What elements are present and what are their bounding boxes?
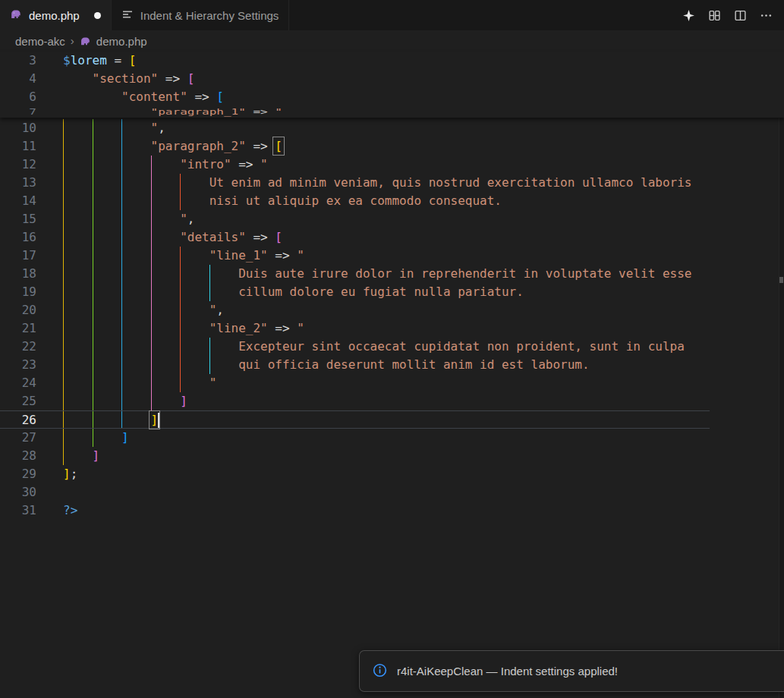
line-number: 15 [0,210,36,228]
code-text: ]; [63,465,77,483]
vscode-window: demo.php Indent & Hierarchy Settings [0,0,784,698]
line-number: 27 [0,429,36,447]
code-line-31[interactable]: 31?> [0,501,710,520]
code-text: ] [63,429,129,447]
tab-demo-php[interactable]: demo.php [0,0,112,30]
code-text: "section" => [ [63,70,194,88]
code-line-20[interactable]: 20 ", [0,301,710,319]
code-line-7[interactable]: 7 "paragraph_1" => " [0,106,784,118]
line-number: 12 [0,156,36,174]
layout-grid-icon[interactable] [708,9,721,22]
code-line-10[interactable]: 10 ", [0,119,710,137]
code-text: Ut enim ad minim veniam, quis nostrud ex… [63,174,691,192]
code-text: "intro" => " [63,156,268,174]
code-text: " [63,374,216,392]
line-number: 7 [0,106,36,118]
code-text: qui officia deserunt mollit anim id est … [63,356,590,374]
code-text: "paragraph_1" => " [63,106,282,118]
notification-toast[interactable]: r4it-AiKeepClean — Indent settings appli… [359,650,784,692]
line-number: 19 [0,283,36,301]
code-text: cillum dolore eu fugiat nulla pariatur. [63,283,524,301]
line-number: 23 [0,356,36,374]
code-text: ", [63,210,194,228]
line-number: 30 [0,483,36,501]
line-number: 18 [0,265,36,283]
code-line-16[interactable]: 16 "details" => [ [0,228,710,247]
line-number: 17 [0,247,36,265]
code-text: ] [63,411,158,429]
sparkle-icon[interactable] [682,9,695,22]
code-line-23[interactable]: 23 qui officia deserunt mollit anim id e… [0,356,710,374]
php-elephant-icon [10,8,22,23]
code-text: Duis aute irure dolor in reprehenderit i… [63,265,691,283]
code-line-30[interactable]: 30 [0,483,710,501]
editor-tab-bar: demo.php Indent & Hierarchy Settings [0,0,784,30]
line-number: 21 [0,319,36,338]
code-text: ?> [63,501,77,520]
line-number: 28 [0,447,36,465]
code-line-22[interactable]: 22 Excepteur sint occaecat cupidatat non… [0,338,710,356]
line-number: 16 [0,228,36,247]
line-number: 22 [0,338,36,356]
code-line-11[interactable]: 11 "paragraph_2" => [ [0,137,710,156]
code-line-28[interactable]: 28 ] [0,447,710,465]
editor-actions [682,0,784,30]
code-line-25[interactable]: 25 ] [0,392,710,410]
breadcrumb-folder[interactable]: demo-akc [15,35,65,48]
code-line-19[interactable]: 19 cillum dolore eu fugiat nulla pariatu… [0,283,710,301]
code-line-14[interactable]: 14 nisi ut aliquip ex ea commodo consequ… [0,192,710,210]
code-text: ", [63,119,165,137]
php-elephant-icon [80,36,91,47]
tab-label: Indent & Hierarchy Settings [140,9,279,22]
code-line-29[interactable]: 29]; [0,465,710,483]
line-number: 25 [0,392,36,410]
code-line-12[interactable]: 12 "intro" => " [0,156,710,174]
code-text: "details" => [ [63,228,282,247]
code-line-24[interactable]: 24 " [0,374,710,392]
code-line-17[interactable]: 17 "line_1" => " [0,247,710,265]
info-icon [373,663,387,680]
code-lines: 10 ",11 "paragraph_2" => [12 "intro" => … [0,119,710,520]
sticky-scroll[interactable]: 3$lorem = [4 "section" => [6 "content" =… [0,52,784,118]
more-actions-icon[interactable] [760,9,773,22]
line-number: 20 [0,301,36,319]
line-number: 4 [0,70,36,88]
code-text: ] [63,447,99,465]
split-editor-icon[interactable] [734,9,747,22]
code-line-18[interactable]: 18 Duis aute irure dolor in reprehenderi… [0,265,710,283]
text-cursor [158,413,159,428]
tab-label: demo.php [29,9,80,22]
line-number: 3 [0,52,36,70]
code-line-15[interactable]: 15 ", [0,210,710,228]
line-number: 10 [0,119,36,137]
modified-dot-icon[interactable] [94,12,101,19]
code-line-3[interactable]: 3$lorem = [ [0,52,784,70]
line-number: 11 [0,137,36,156]
line-number: 6 [0,88,36,106]
code-line-4[interactable]: 4 "section" => [ [0,70,784,88]
code-text: ] [63,392,187,410]
line-number: 31 [0,501,36,520]
code-text: Excepteur sint occaecat cupidatat non pr… [63,338,685,356]
notification-text: r4it-AiKeepClean — Indent settings appli… [397,665,618,678]
line-number: 24 [0,374,36,392]
breadcrumb-file[interactable]: demo.php [96,35,147,48]
code-text: nisi ut aliquip ex ea commodo consequat. [63,192,502,210]
chevron-right-icon: › [71,34,74,47]
code-line-26[interactable]: 26 ] [0,410,710,429]
scrollbar-track[interactable] [779,52,784,698]
line-number: 13 [0,174,36,192]
line-number: 29 [0,465,36,483]
tab-indent-hierarchy-settings[interactable]: Indent & Hierarchy Settings [112,0,290,30]
code-line-27[interactable]: 27 ] [0,429,710,447]
code-text: ", [63,301,224,319]
code-line-21[interactable]: 21 "line_2" => " [0,319,710,338]
code-text: $lorem = [ [63,52,136,70]
line-number: 26 [0,411,36,429]
code-line-6[interactable]: 6 "content" => [ [0,88,784,106]
line-number: 14 [0,192,36,210]
code-editor[interactable]: 10 ",11 "paragraph_2" => [12 "intro" => … [0,52,784,698]
breadcrumb: demo-akc › demo.php [0,30,784,52]
indent-list-icon [121,8,134,23]
code-line-13[interactable]: 13 Ut enim ad minim veniam, quis nostrud… [0,174,710,192]
